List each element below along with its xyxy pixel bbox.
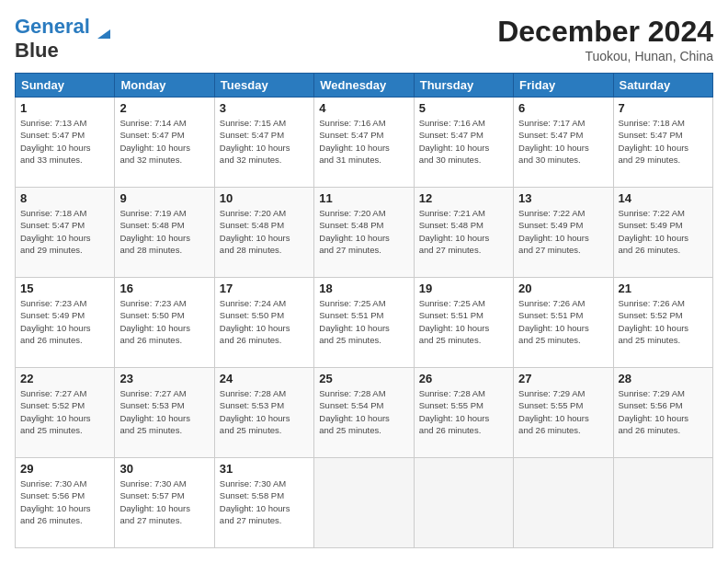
table-row: 4Sunrise: 7:16 AMSunset: 5:47 PMDaylight…: [314, 98, 414, 188]
table-row: 6Sunrise: 7:17 AMSunset: 5:47 PMDaylight…: [514, 98, 613, 188]
svg-marker-0: [97, 29, 110, 39]
day-info: Sunrise: 7:16 AMSunset: 5:47 PMDaylight:…: [419, 117, 508, 166]
table-row: 3Sunrise: 7:15 AMSunset: 5:47 PMDaylight…: [214, 98, 313, 188]
day-number: 20: [518, 282, 608, 295]
table-row: 8Sunrise: 7:18 AMSunset: 5:47 PMDaylight…: [16, 188, 115, 278]
table-row: 20Sunrise: 7:26 AMSunset: 5:51 PMDayligh…: [514, 278, 613, 368]
table-row: 7Sunrise: 7:18 AMSunset: 5:47 PMDaylight…: [613, 98, 712, 188]
table-row: 21Sunrise: 7:26 AMSunset: 5:52 PMDayligh…: [613, 278, 712, 368]
day-number: 9: [119, 191, 209, 205]
day-info: Sunrise: 7:22 AMSunset: 5:49 PMDaylight:…: [518, 207, 608, 256]
location: Tuokou, Hunan, China: [497, 49, 713, 63]
day-info: Sunrise: 7:27 AMSunset: 5:52 PMDaylight:…: [20, 387, 109, 436]
day-info: Sunrise: 7:25 AMSunset: 5:51 PMDaylight:…: [419, 297, 508, 346]
table-row: 19Sunrise: 7:25 AMSunset: 5:51 PMDayligh…: [414, 278, 513, 368]
col-tuesday: Tuesday: [214, 74, 313, 98]
col-thursday: Thursday: [414, 74, 513, 98]
day-info: Sunrise: 7:27 AMSunset: 5:53 PMDaylight:…: [119, 387, 209, 436]
logo-icon: [94, 22, 114, 42]
table-row: 2Sunrise: 7:14 AMSunset: 5:47 PMDaylight…: [115, 98, 214, 188]
day-info: Sunrise: 7:29 AMSunset: 5:56 PMDaylight:…: [619, 387, 708, 436]
col-saturday: Saturday: [613, 74, 712, 98]
day-number: 28: [619, 372, 708, 385]
day-info: Sunrise: 7:24 AMSunset: 5:50 PMDaylight:…: [220, 297, 309, 346]
day-number: 7: [619, 101, 708, 115]
day-number: 8: [20, 191, 109, 205]
day-number: 16: [119, 282, 209, 295]
table-row: [613, 458, 712, 548]
day-number: 18: [319, 282, 408, 295]
logo-blue: Blue: [15, 39, 59, 62]
day-info: Sunrise: 7:28 AMSunset: 5:53 PMDaylight:…: [220, 387, 309, 436]
table-row: 13Sunrise: 7:22 AMSunset: 5:49 PMDayligh…: [514, 188, 613, 278]
day-number: 4: [319, 101, 408, 115]
month-title: December 2024: [497, 15, 713, 49]
col-wednesday: Wednesday: [314, 74, 414, 98]
logo-general: General: [15, 15, 90, 38]
day-info: Sunrise: 7:20 AMSunset: 5:48 PMDaylight:…: [319, 207, 408, 256]
day-info: Sunrise: 7:30 AMSunset: 5:57 PMDaylight:…: [119, 477, 209, 526]
table-row: 5Sunrise: 7:16 AMSunset: 5:47 PMDaylight…: [414, 98, 513, 188]
table-row: [514, 458, 613, 548]
table-row: 26Sunrise: 7:28 AMSunset: 5:55 PMDayligh…: [414, 368, 513, 458]
calendar-table: Sunday Monday Tuesday Wednesday Thursday…: [15, 73, 713, 548]
table-row: 27Sunrise: 7:29 AMSunset: 5:55 PMDayligh…: [514, 368, 613, 458]
table-row: 14Sunrise: 7:22 AMSunset: 5:49 PMDayligh…: [613, 188, 712, 278]
page: General Blue December 2024 Tuokou, Hunan…: [0, 0, 728, 563]
table-row: 17Sunrise: 7:24 AMSunset: 5:50 PMDayligh…: [214, 278, 313, 368]
day-number: 14: [619, 191, 708, 205]
day-info: Sunrise: 7:14 AMSunset: 5:47 PMDaylight:…: [119, 117, 209, 166]
day-info: Sunrise: 7:26 AMSunset: 5:52 PMDaylight:…: [619, 297, 708, 346]
day-number: 6: [518, 101, 608, 115]
day-info: Sunrise: 7:13 AMSunset: 5:47 PMDaylight:…: [20, 117, 109, 166]
table-row: 28Sunrise: 7:29 AMSunset: 5:56 PMDayligh…: [613, 368, 712, 458]
table-row: 30Sunrise: 7:30 AMSunset: 5:57 PMDayligh…: [115, 458, 214, 548]
table-row: [314, 458, 414, 548]
table-row: 1Sunrise: 7:13 AMSunset: 5:47 PMDaylight…: [16, 98, 115, 188]
table-row: 9Sunrise: 7:19 AMSunset: 5:48 PMDaylight…: [115, 188, 214, 278]
table-row: 12Sunrise: 7:21 AMSunset: 5:48 PMDayligh…: [414, 188, 513, 278]
logo-text: General Blue: [15, 15, 90, 63]
table-row: 10Sunrise: 7:20 AMSunset: 5:48 PMDayligh…: [214, 188, 313, 278]
day-number: 2: [119, 101, 209, 115]
day-info: Sunrise: 7:18 AMSunset: 5:47 PMDaylight:…: [20, 207, 109, 256]
day-info: Sunrise: 7:15 AMSunset: 5:47 PMDaylight:…: [220, 117, 309, 166]
day-info: Sunrise: 7:17 AMSunset: 5:47 PMDaylight:…: [518, 117, 608, 166]
day-number: 15: [20, 282, 109, 295]
day-number: 30: [119, 462, 209, 476]
day-number: 11: [319, 191, 408, 205]
table-row: 23Sunrise: 7:27 AMSunset: 5:53 PMDayligh…: [115, 368, 214, 458]
day-number: 10: [220, 191, 309, 205]
day-number: 22: [20, 372, 109, 385]
day-number: 23: [119, 372, 209, 385]
header-row: Sunday Monday Tuesday Wednesday Thursday…: [16, 74, 713, 98]
day-number: 21: [619, 282, 708, 295]
day-info: Sunrise: 7:30 AMSunset: 5:56 PMDaylight:…: [20, 477, 109, 526]
day-number: 24: [220, 372, 309, 385]
table-row: 11Sunrise: 7:20 AMSunset: 5:48 PMDayligh…: [314, 188, 414, 278]
table-row: 22Sunrise: 7:27 AMSunset: 5:52 PMDayligh…: [16, 368, 115, 458]
col-friday: Friday: [514, 74, 613, 98]
day-info: Sunrise: 7:22 AMSunset: 5:49 PMDaylight:…: [619, 207, 708, 256]
day-info: Sunrise: 7:28 AMSunset: 5:55 PMDaylight:…: [419, 387, 508, 436]
day-number: 3: [220, 101, 309, 115]
logo: General Blue: [15, 15, 114, 63]
day-info: Sunrise: 7:29 AMSunset: 5:55 PMDaylight:…: [518, 387, 608, 436]
day-number: 19: [419, 282, 508, 295]
table-row: 25Sunrise: 7:28 AMSunset: 5:54 PMDayligh…: [314, 368, 414, 458]
table-row: 24Sunrise: 7:28 AMSunset: 5:53 PMDayligh…: [214, 368, 313, 458]
day-number: 26: [419, 372, 508, 385]
header: General Blue December 2024 Tuokou, Hunan…: [15, 15, 713, 63]
day-info: Sunrise: 7:25 AMSunset: 5:51 PMDaylight:…: [319, 297, 408, 346]
day-number: 31: [220, 462, 309, 476]
col-monday: Monday: [115, 74, 214, 98]
day-info: Sunrise: 7:21 AMSunset: 5:48 PMDaylight:…: [419, 207, 508, 256]
day-number: 25: [319, 372, 408, 385]
title-block: December 2024 Tuokou, Hunan, China: [497, 15, 713, 63]
col-sunday: Sunday: [16, 74, 115, 98]
table-row: 16Sunrise: 7:23 AMSunset: 5:50 PMDayligh…: [115, 278, 214, 368]
day-info: Sunrise: 7:20 AMSunset: 5:48 PMDaylight:…: [220, 207, 309, 256]
day-number: 5: [419, 101, 508, 115]
day-number: 29: [20, 462, 109, 476]
day-info: Sunrise: 7:19 AMSunset: 5:48 PMDaylight:…: [119, 207, 209, 256]
